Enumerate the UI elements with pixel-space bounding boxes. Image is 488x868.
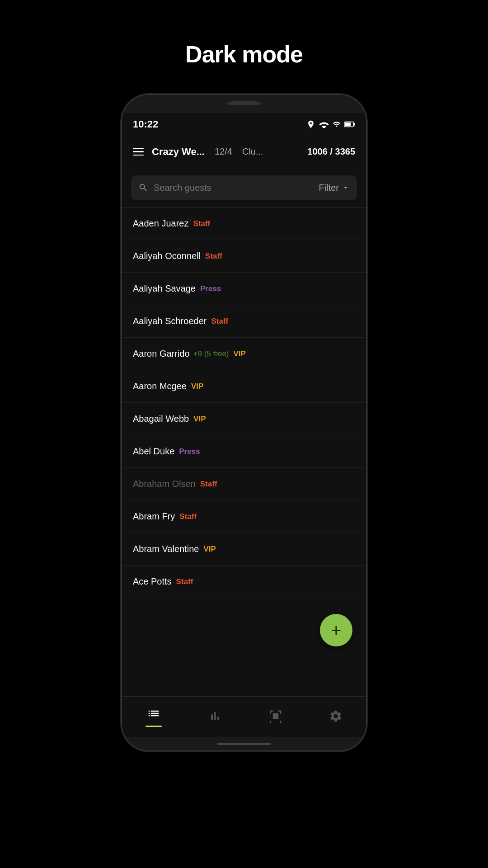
chevron-down-icon bbox=[342, 184, 350, 192]
location-icon bbox=[306, 120, 315, 129]
guest-row[interactable]: Aaden JuarezStaff bbox=[122, 208, 366, 240]
stats-icon bbox=[208, 709, 222, 725]
page-background: Dark mode 10:22 bbox=[0, 0, 488, 868]
guest-tag: Staff bbox=[176, 577, 193, 586]
guest-tag: VIP bbox=[203, 545, 216, 554]
home-indicator bbox=[217, 743, 271, 745]
guest-row[interactable]: Abel DukePress bbox=[122, 435, 366, 468]
guest-tag: Press bbox=[200, 284, 221, 293]
settings-icon bbox=[329, 709, 343, 725]
search-icon bbox=[138, 183, 148, 193]
guest-tag: Staff bbox=[205, 252, 222, 261]
phone-shell: 10:22 bbox=[122, 95, 366, 750]
search-bar-container: Filter bbox=[122, 168, 366, 208]
phone-camera bbox=[230, 101, 258, 105]
app-club: Clu... bbox=[242, 146, 263, 157]
guest-tag: Press bbox=[179, 447, 200, 456]
status-icons bbox=[306, 120, 355, 129]
active-tab-indicator bbox=[145, 726, 162, 727]
guest-row[interactable]: Aaron Garrido +9 (5 free)VIP bbox=[122, 338, 366, 370]
guest-extra: +9 (5 free) bbox=[193, 349, 229, 359]
status-time: 10:22 bbox=[133, 118, 158, 130]
guest-row[interactable]: Abraham OlsenStaff bbox=[122, 468, 366, 500]
page-title: Dark mode bbox=[185, 41, 303, 68]
guest-tag: VIP bbox=[234, 349, 246, 359]
guest-tag: Staff bbox=[200, 480, 217, 489]
guest-name: Abel Duke bbox=[133, 446, 174, 457]
guest-list-tab[interactable] bbox=[136, 702, 171, 731]
guest-row[interactable]: Abram ValentineVIP bbox=[122, 533, 366, 566]
guest-list-icon bbox=[147, 707, 160, 722]
guest-name: Aaliyah Schroeder bbox=[133, 316, 206, 326]
battery-icon bbox=[344, 121, 355, 127]
guest-name: Abagail Webb bbox=[133, 414, 189, 424]
guest-tag: VIP bbox=[193, 415, 206, 424]
app-count: 1006 / 3365 bbox=[307, 146, 355, 157]
guest-tag: VIP bbox=[191, 382, 203, 391]
guest-row[interactable]: Aaliyah OconnellStaff bbox=[122, 240, 366, 273]
guest-name: Aaden Juarez bbox=[133, 218, 188, 229]
bottom-nav bbox=[122, 696, 366, 737]
svg-rect-2 bbox=[345, 123, 351, 126]
guest-list: Aaden JuarezStaffAaliyah OconnellStaffAa… bbox=[122, 208, 366, 696]
stats-tab[interactable] bbox=[199, 705, 231, 729]
guest-name: Aaliyah Savage bbox=[133, 283, 196, 294]
guest-row[interactable]: Abagail WebbVIP bbox=[122, 403, 366, 435]
guest-tag: Staff bbox=[193, 219, 210, 228]
scanner-icon bbox=[269, 709, 282, 725]
guest-name: Ace Potts bbox=[133, 576, 172, 587]
add-guest-fab[interactable]: + bbox=[320, 614, 352, 646]
svg-rect-1 bbox=[353, 123, 355, 126]
menu-button[interactable] bbox=[133, 148, 144, 156]
guest-row[interactable]: Abram FryStaff bbox=[122, 500, 366, 533]
guest-row[interactable]: Aaliyah SchroederStaff bbox=[122, 305, 366, 338]
signal-icon bbox=[333, 120, 341, 128]
scanner-tab[interactable] bbox=[260, 705, 291, 729]
guest-row[interactable]: Aaron McgeeVIP bbox=[122, 370, 366, 403]
phone-bottom-bar bbox=[122, 737, 366, 750]
phone-top-bar bbox=[122, 95, 366, 113]
guest-name: Aaron Mcgee bbox=[133, 381, 187, 392]
guest-name: Abraham Olsen bbox=[133, 479, 196, 489]
search-input[interactable] bbox=[154, 183, 314, 193]
guest-name: Abram Fry bbox=[133, 511, 175, 522]
wifi-icon bbox=[319, 121, 329, 128]
guest-name: Aaliyah Oconnell bbox=[133, 251, 201, 261]
settings-tab[interactable] bbox=[320, 705, 352, 729]
plus-icon: + bbox=[331, 621, 341, 639]
guest-name: Aaron Garrido bbox=[133, 349, 190, 359]
guest-row[interactable]: Aaliyah SavagePress bbox=[122, 273, 366, 305]
app-date: 12/4 bbox=[215, 146, 232, 157]
guest-tag: Staff bbox=[179, 512, 197, 521]
app-header: Crazy We... 12/4 Clu... 1006 / 3365 bbox=[122, 136, 366, 168]
search-bar: Filter bbox=[131, 175, 357, 200]
guest-tag: Staff bbox=[211, 317, 228, 326]
app-title: Crazy We... bbox=[152, 146, 205, 158]
guest-name: Abram Valentine bbox=[133, 544, 199, 554]
status-bar: 10:22 bbox=[122, 113, 366, 136]
filter-button[interactable]: Filter bbox=[319, 183, 350, 193]
guest-row[interactable]: Ace PottsStaff bbox=[122, 566, 366, 598]
